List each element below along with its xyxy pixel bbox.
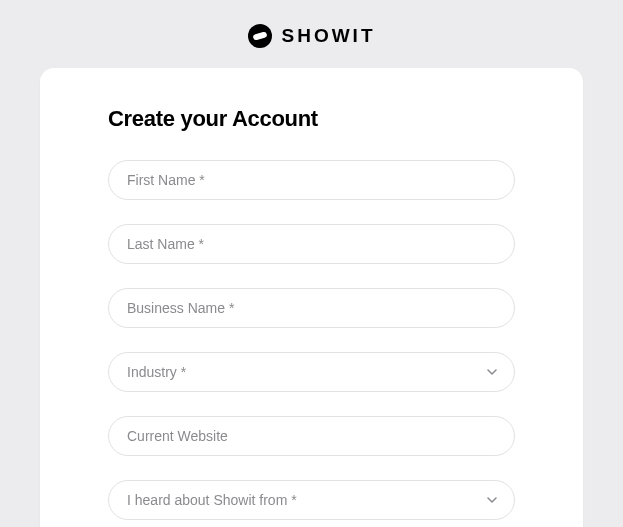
signup-card: Create your Account Industry * [40, 68, 583, 527]
brand-name: SHOWIT [282, 25, 376, 47]
industry-select[interactable]: Industry * [108, 352, 515, 392]
business-name-field[interactable] [108, 288, 515, 328]
page-title: Create your Account [108, 106, 515, 132]
first-name-field[interactable] [108, 160, 515, 200]
showit-logo-icon [248, 24, 272, 48]
last-name-field[interactable] [108, 224, 515, 264]
brand-header: SHOWIT [0, 0, 623, 68]
heard-from-select[interactable]: I heard about Showit from * [108, 480, 515, 520]
current-website-field[interactable] [108, 416, 515, 456]
